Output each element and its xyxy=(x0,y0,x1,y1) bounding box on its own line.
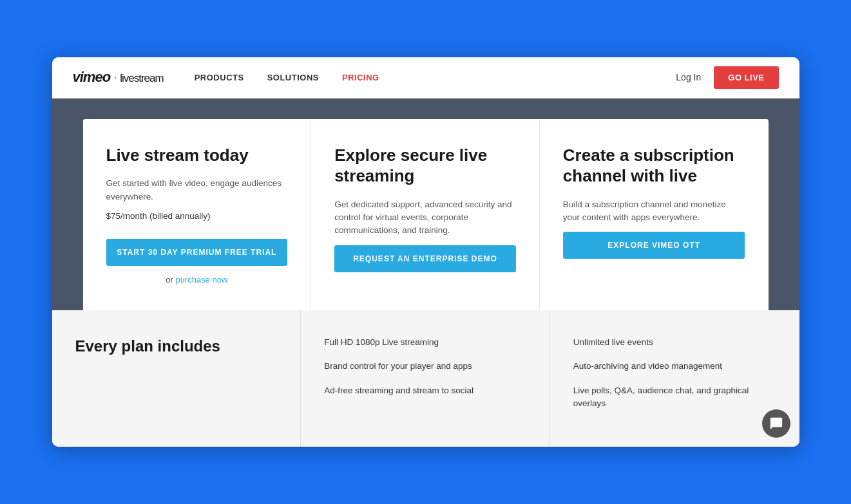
features-col-left: Full HD 1080p Live streaming Brand contr… xyxy=(301,310,550,447)
main-content: Live stream today Get started with live … xyxy=(52,98,799,310)
pricing-cards: Live stream today Get started with live … xyxy=(83,119,769,310)
every-plan-col: Every plan includes xyxy=(52,310,301,447)
vimeo-logo: vimeo·livestream xyxy=(73,69,164,86)
nav-link-products[interactable]: PRODUCTS xyxy=(195,73,244,82)
logo-vimeo-text: vimeo xyxy=(73,69,111,85)
feature-item: Auto-archiving and video management xyxy=(573,360,776,373)
pricing-card-premium: Live stream today Get started with live … xyxy=(83,119,312,310)
start-trial-button[interactable]: START 30 DAY PREMIUM FREE TRIAL xyxy=(106,239,288,266)
card-price-premium: $75/month (billed annually) xyxy=(106,211,288,221)
explore-ott-button[interactable]: EXPLORE VIMEO OTT xyxy=(563,232,745,259)
card-description-enterprise: Get dedicated support, advanced security… xyxy=(334,198,516,238)
feature-item: Live polls, Q&A, audience chat, and grap… xyxy=(573,384,776,409)
nav-link-solutions[interactable]: SOLUTIONS xyxy=(267,73,319,82)
purchase-now-link[interactable]: purchase now xyxy=(175,275,227,285)
chat-icon xyxy=(769,416,783,431)
browser-frame: vimeo·livestream PRODUCTS SOLUTIONS PRIC… xyxy=(52,57,799,447)
navbar: vimeo·livestream PRODUCTS SOLUTIONS PRIC… xyxy=(52,57,799,98)
card-description-premium: Get started with live video, engage audi… xyxy=(106,177,288,203)
card-title-enterprise: Explore secure live streaming xyxy=(334,145,516,187)
feature-item: Unlimited live events xyxy=(573,336,776,349)
nav-links: PRODUCTS SOLUTIONS PRICING xyxy=(195,73,676,82)
feature-item: Brand control for your player and apps xyxy=(324,360,526,373)
feature-item: Ad-free streaming and stream to social xyxy=(324,384,526,397)
enterprise-demo-button[interactable]: REQUEST AN ENTERPRISE DEMO xyxy=(334,245,516,272)
bottom-section: Every plan includes Full HD 1080p Live s… xyxy=(52,310,799,447)
nav-link-pricing[interactable]: PRICING xyxy=(342,73,379,82)
logo-separator: · xyxy=(113,69,117,85)
or-text: or xyxy=(166,275,173,285)
logo-area: vimeo·livestream xyxy=(73,69,164,86)
card-title-premium: Live stream today xyxy=(106,145,288,166)
card-secondary-premium: or purchase now xyxy=(106,275,288,285)
card-description-ott: Build a subscription channel and monetiz… xyxy=(563,198,745,225)
chat-bubble-button[interactable] xyxy=(762,409,790,438)
feature-item: Full HD 1080p Live streaming xyxy=(324,336,526,349)
pricing-card-ott: Create a subscription channel with live … xyxy=(540,119,769,310)
every-plan-title: Every plan includes xyxy=(75,336,278,356)
nav-right: Log In GO LIVE xyxy=(676,66,778,89)
logo-livestream-text: livestream xyxy=(120,72,163,84)
bottom-wrapper: Every plan includes Full HD 1080p Live s… xyxy=(52,310,799,447)
pricing-card-enterprise: Explore secure live streaming Get dedica… xyxy=(311,119,540,310)
login-link[interactable]: Log In xyxy=(676,72,701,82)
go-live-button[interactable]: GO LIVE xyxy=(714,66,778,89)
card-title-ott: Create a subscription channel with live xyxy=(563,145,745,187)
